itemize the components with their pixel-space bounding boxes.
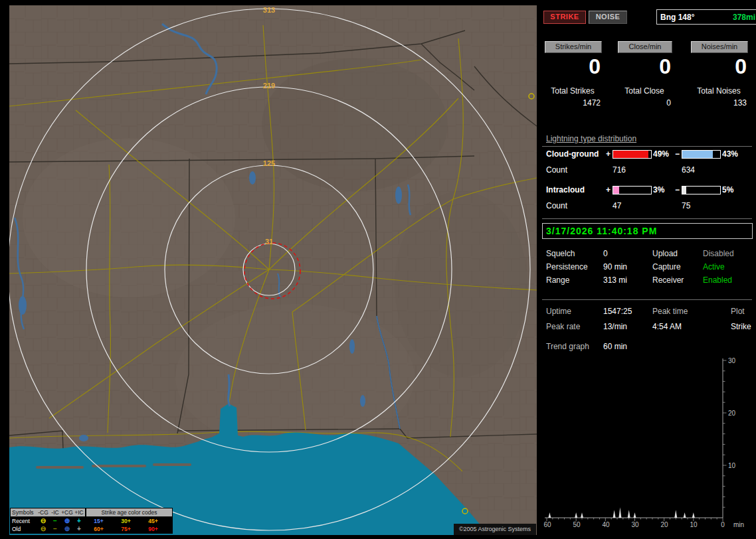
trend-graph-label: Trend graph <box>546 342 589 351</box>
x-tick-label: 0 <box>721 521 725 528</box>
cg-plus-count: 716 <box>613 165 626 175</box>
legend-col-pic: +IC <box>73 508 85 516</box>
age-code: 15+ <box>85 517 112 525</box>
close-per-min-button[interactable]: Close/min <box>618 41 672 53</box>
legend-row-old: Old ⊖ − ⊕ + 60+ 75+ 90+ <box>11 525 172 533</box>
ring-label-31: 31 <box>265 238 273 246</box>
y-tick-label: 10 <box>728 462 736 469</box>
age-code: 75+ <box>112 525 140 533</box>
plot-label: Plot <box>731 307 745 316</box>
total-strikes-label: Total Strikes <box>545 86 601 96</box>
cg-plus-pct: 49% <box>653 149 669 159</box>
persistence-value: 90 min <box>603 262 627 271</box>
range-value: 313 mi <box>603 275 627 285</box>
x-tick-label: 60 <box>543 521 551 528</box>
x-tick-label: 30 <box>631 521 639 528</box>
squelch-value: 0 <box>603 249 608 258</box>
capture-status: Active <box>703 262 725 271</box>
age-code: 45+ <box>140 517 167 525</box>
pos-ic-symbol-icon: + <box>73 525 85 533</box>
receiver-status: Enabled <box>703 275 732 285</box>
ic-count-label: Count <box>546 201 567 210</box>
bearing-display: Bng 148° 378mi <box>656 9 756 25</box>
bearing-range: 378mi <box>733 13 755 22</box>
neg-cg-symbol-icon: ⊖ <box>37 525 49 533</box>
uptime-label: Uptime <box>546 307 571 316</box>
age-code: 60+ <box>85 525 112 533</box>
strike-button[interactable]: STRIKE <box>543 11 586 24</box>
plot-mode-value: Strike <box>731 322 751 331</box>
y-tick-label: 20 <box>728 410 736 417</box>
peak-time-value: 4:54 AM <box>652 322 682 331</box>
intracloud-label: Intracloud <box>546 185 585 194</box>
app-window: 313 219 125 31 Symbols -CG -IC +CG +IC S… <box>0 0 756 539</box>
age-code: 90+ <box>140 525 167 533</box>
ring-label-125: 125 <box>263 159 275 167</box>
ic-plus-bar-fill <box>613 187 619 194</box>
cg-plus-bar-fill <box>613 151 648 158</box>
strike-legend: Symbols -CG -IC +CG +IC Strike age color… <box>10 508 173 534</box>
neg-ic-symbol-icon: − <box>49 525 61 533</box>
legend-symbols-title: Symbols <box>11 508 37 516</box>
legend-age-title: Strike age color codes <box>86 508 172 516</box>
noise-button[interactable]: NOISE <box>589 11 627 24</box>
divider <box>542 146 752 147</box>
legend-col-pcg: +CG <box>61 508 73 516</box>
uptime-value: 1547:25 <box>603 307 632 316</box>
total-noises-label: Total Noises <box>691 86 747 96</box>
minus-sign: − <box>675 149 680 159</box>
map-view[interactable]: 313 219 125 31 Symbols -CG -IC +CG +IC S… <box>9 5 537 535</box>
cloud-ground-label: Cloud-ground <box>546 149 599 159</box>
ic-plus-bar <box>613 186 652 194</box>
ic-minus-bar-fill <box>682 187 686 194</box>
cg-minus-bar-fill <box>682 151 713 158</box>
legend-row-label: Old <box>11 525 37 533</box>
x-tick-label: 50 <box>573 521 581 528</box>
ic-plus-count: 47 <box>613 201 621 210</box>
divider <box>542 218 752 219</box>
ic-minus-bar <box>682 186 721 194</box>
peak-time-label: Peak time <box>652 307 688 316</box>
pos-ic-symbol-icon: + <box>73 517 85 525</box>
ic-minus-count: 75 <box>682 201 690 210</box>
trend-graph-range: 60 min <box>603 342 627 351</box>
total-strikes-value: 1472 <box>545 98 601 108</box>
ring-label-313: 313 <box>263 6 275 14</box>
legend-row-recent: Recent ⊖ − ⊕ + 15+ 30+ 45+ <box>11 517 172 525</box>
ic-plus-pct: 3% <box>653 185 664 194</box>
datetime-display: 3/17/2026 11:40:18 PM <box>542 223 753 239</box>
trend-graph: 30 20 10 60 50 40 30 20 10 0 min <box>542 356 756 534</box>
legend-header: Symbols -CG -IC +CG +IC Strike age color… <box>11 508 172 516</box>
x-tick-label: 40 <box>602 521 610 528</box>
x-axis-unit-label: min <box>733 521 744 528</box>
ic-minus-pct: 5% <box>722 185 733 194</box>
map-image: 313 219 125 31 <box>9 5 537 535</box>
peak-rate-label: Peak rate <box>546 322 580 331</box>
pos-cg-symbol-icon: ⊕ <box>61 517 73 525</box>
divider <box>542 299 752 300</box>
noises-per-min-button[interactable]: Noises/min <box>691 41 748 53</box>
total-close-label: Total Close <box>618 86 671 96</box>
control-panel: STRIKE NOISE Bng 148° 378mi Strikes/min … <box>542 5 756 535</box>
strikes-per-min-value: 0 <box>545 54 601 79</box>
cg-minus-bar <box>682 150 721 159</box>
x-tick-label: 20 <box>660 521 668 528</box>
neg-cg-symbol-icon: ⊖ <box>37 517 49 525</box>
minus-sign: − <box>675 185 680 194</box>
receiver-label: Receiver <box>652 275 684 285</box>
capture-label: Capture <box>652 262 681 271</box>
ring-label-219: 219 <box>263 82 275 90</box>
range-label: Range <box>546 275 569 285</box>
strikes-per-min-button[interactable]: Strikes/min <box>545 41 602 53</box>
legend-col-ncg: -CG <box>37 508 49 516</box>
y-tick-label: 30 <box>728 357 736 364</box>
x-tick-label: 10 <box>690 521 698 528</box>
cg-plus-bar <box>613 150 652 159</box>
plus-sign: + <box>606 149 611 159</box>
peak-rate-value: 13/min <box>603 322 627 331</box>
upload-label: Upload <box>652 249 678 258</box>
total-close-value: 0 <box>618 98 671 108</box>
close-per-min-value: 0 <box>618 54 671 79</box>
legend-col-nic: -IC <box>49 508 61 516</box>
bearing-label: Bng 148° <box>660 13 694 22</box>
